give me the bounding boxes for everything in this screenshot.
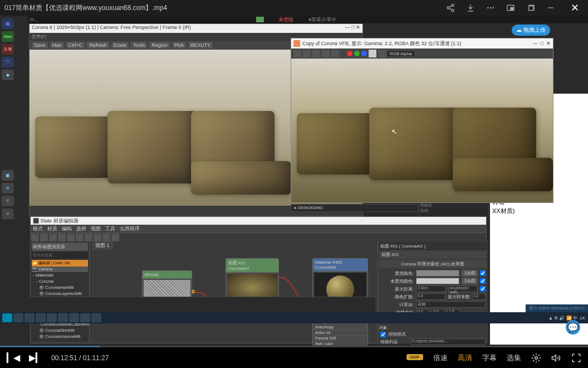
tool-btn[interactable] <box>369 50 376 57</box>
prop-tab[interactable]: 贴图 #21 <box>379 250 487 259</box>
tool-btn[interactable] <box>312 50 320 57</box>
fullscreen-icon[interactable] <box>571 353 581 363</box>
tool-btn[interactable] <box>303 50 311 57</box>
download-icon[interactable] <box>466 3 475 12</box>
sidebar-icon[interactable]: 🛡 <box>2 57 14 67</box>
checkbox[interactable] <box>480 278 486 284</box>
menu-view[interactable]: 视图 <box>91 225 101 232</box>
blue-dot-icon[interactable] <box>361 51 367 56</box>
tool-btn[interactable] <box>293 50 301 57</box>
tool-btn[interactable] <box>378 50 386 57</box>
start-button[interactable] <box>2 313 12 322</box>
prop-btn[interactable]: shortest/(H wall) <box>448 285 478 292</box>
close-button[interactable]: ✕ <box>566 2 584 14</box>
checkbox[interactable] <box>480 270 486 276</box>
color-swatch[interactable] <box>416 270 459 277</box>
pip-icon[interactable] <box>506 3 515 12</box>
speed-button[interactable]: 倍速 <box>433 353 448 363</box>
system-tray[interactable]: ▲ ⚙ 🔊 📶 中 14: <box>548 315 586 321</box>
spinner[interactable]: 0.0 <box>416 293 445 300</box>
corona-titlebar[interactable]: Corona 6 | 1029×503px (1:1) | Camera: Fr… <box>30 24 362 33</box>
upload-button[interactable]: ☁拖拽上传 <box>512 25 550 36</box>
timeline-strip[interactable] <box>30 297 375 312</box>
slate-titlebar[interactable]: ⬛ Slate 材质编辑器 <box>31 217 486 225</box>
toolbar-region[interactable]: Region <box>149 42 170 49</box>
material-item[interactable]: CoronaVolumeMtl <box>32 333 88 340</box>
menu-tools[interactable]: 工具 <box>105 225 115 232</box>
toolbar-pick[interactable]: Pick <box>172 42 186 49</box>
task-icon[interactable] <box>80 313 90 322</box>
sidebar-icon-max[interactable]: Max <box>2 31 14 42</box>
copy-titlebar[interactable]: Copy of Corona VFB, 显示: Gamma: 2.2, RGBA… <box>291 38 553 49</box>
tool-btn[interactable] <box>102 234 110 241</box>
red-dot-icon[interactable] <box>347 51 352 56</box>
window-close-icon[interactable]: ✕ <box>356 25 360 32</box>
toolbar-copy[interactable]: Ctrl+C <box>66 42 85 49</box>
prev-button[interactable]: ▎◀ <box>7 352 20 363</box>
task-icon[interactable] <box>91 313 101 322</box>
window-max-icon[interactable]: □ <box>351 25 354 32</box>
color-swatch[interactable] <box>416 278 459 284</box>
task-icon[interactable] <box>13 313 23 322</box>
window-min-icon[interactable]: — <box>345 25 350 32</box>
settings-icon[interactable] <box>531 353 541 363</box>
material-item[interactable]: CoronaSkinMtl <box>32 327 88 333</box>
window-min-icon[interactable]: — <box>533 41 538 46</box>
task-icon[interactable] <box>47 313 57 322</box>
toolbar-beauty[interactable]: BEAUTY <box>188 42 213 49</box>
sidebar-icon[interactable]: T <box>2 196 14 206</box>
window-max-icon[interactable]: □ <box>541 41 543 46</box>
node-slot[interactable]: Anisotropy <box>313 324 367 330</box>
sidebar-icon[interactable]: ▦ <box>2 18 14 29</box>
toolbar-erase[interactable]: Erase <box>111 42 129 49</box>
tool-btn[interactable] <box>94 234 101 241</box>
next-button[interactable]: ▶▎ <box>29 352 42 363</box>
preset-item[interactable]: 📷 Camera <box>32 267 88 272</box>
tool-btn[interactable] <box>40 234 48 241</box>
menu-select[interactable]: 选择 <box>76 225 86 232</box>
checkbox[interactable] <box>380 332 386 337</box>
subtitle-button[interactable]: 字幕 <box>482 353 497 363</box>
playlist-button[interactable]: 选集 <box>507 353 521 363</box>
tool-btn[interactable] <box>322 50 330 57</box>
tool-btn[interactable] <box>67 234 75 241</box>
sidebar-icon[interactable]: ▣ <box>2 170 14 181</box>
node-slot[interactable]: Aniso rot <box>313 330 367 335</box>
search-field[interactable]: 按名称搜索... <box>32 252 88 259</box>
view-tab[interactable]: 视图 1 <box>92 241 113 250</box>
prop-btn[interactable]: 无贴图 <box>462 278 478 284</box>
toolbar-tools[interactable]: Tools <box>131 42 147 49</box>
tool-btn[interactable] <box>31 234 39 241</box>
tool-btn[interactable] <box>58 234 66 241</box>
task-icon[interactable] <box>58 313 68 322</box>
render-viewport-right[interactable]: ↖ <box>291 59 553 202</box>
corona-group[interactable]: - Corona <box>32 278 88 284</box>
checkbox[interactable] <box>480 286 486 292</box>
minimize-icon[interactable] <box>546 3 555 12</box>
materials-group[interactable]: - Materials <box>32 272 88 278</box>
window-close-icon[interactable]: ✕ <box>546 41 551 46</box>
chat-bubble-icon[interactable]: 💬 <box>566 320 580 335</box>
material-item[interactable]: CoronaHairMtl <box>32 284 88 290</box>
channel-select[interactable]: RGB Alpha <box>388 51 414 56</box>
toolbar-max[interactable]: Max <box>50 42 64 49</box>
sidebar-icon[interactable]: ◆ <box>2 70 14 80</box>
spinner[interactable]: 12 <box>472 293 486 300</box>
dropdown[interactable]: 两侧 <box>416 301 486 308</box>
toolbar-refresh[interactable]: Refresh <box>87 42 109 49</box>
green-dot-icon[interactable] <box>354 51 360 56</box>
toolbar-save[interactable]: Save <box>32 42 48 49</box>
sidebar-icon[interactable]: Y <box>2 209 14 219</box>
task-icon[interactable] <box>36 313 46 322</box>
node-slot[interactable]: Fresnel IOR <box>313 335 367 341</box>
prop-btn[interactable]: 无贴图 <box>462 270 478 277</box>
task-icon[interactable] <box>69 313 79 322</box>
more-icon[interactable] <box>486 3 495 12</box>
task-icon[interactable] <box>24 313 35 322</box>
material-item[interactable]: CoronaLayeredMtl <box>32 290 88 297</box>
spinner[interactable]: 2.0cm <box>416 285 446 292</box>
menu-utilities[interactable]: 实用程序 <box>120 225 140 232</box>
tool-btn[interactable] <box>85 234 92 241</box>
sidebar-icon-antivirus[interactable]: 杀毒 <box>2 44 14 55</box>
progress-bar[interactable] <box>0 346 588 347</box>
